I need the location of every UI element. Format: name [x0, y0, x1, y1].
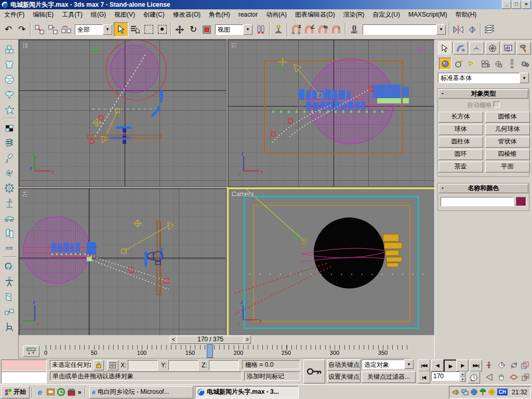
zoom-region-button[interactable]	[508, 360, 520, 370]
menu-tools[interactable]: 工具(T)	[58, 9, 86, 20]
auto-key-button[interactable]: 自动关键点	[327, 360, 361, 371]
use-pivot-center-icon[interactable]	[254, 23, 268, 36]
dropdown-arrow-icon[interactable]: ▼	[103, 24, 112, 35]
close-button[interactable]: ×	[522, 1, 531, 9]
bind-spacewarp-icon[interactable]	[60, 23, 73, 36]
track-bar-frame-thumb[interactable]	[207, 344, 213, 358]
create-box-button[interactable]: 长方体	[438, 112, 483, 123]
go-to-start-button[interactable]: |◀◀	[418, 360, 430, 371]
create-teapot-button[interactable]: 茶壶	[438, 162, 483, 172]
select-object-button[interactable]	[114, 22, 128, 37]
create-cylinder-button[interactable]: 圆柱体	[438, 137, 483, 148]
create-plane-button[interactable]: 平面	[485, 162, 530, 172]
zoom-button[interactable]	[483, 360, 495, 370]
torus-knot-icon[interactable]	[2, 259, 17, 274]
z-coordinate-input[interactable]	[209, 360, 239, 370]
menu-help[interactable]: 帮助(H)	[451, 9, 481, 20]
set-key-button[interactable]: 设置关键点	[327, 371, 361, 383]
undo-icon[interactable]: ↶	[2, 23, 15, 36]
menu-graph-editors[interactable]: 图表编辑器(D)	[291, 9, 339, 20]
spinner-down-icon[interactable]: ▼	[460, 377, 466, 382]
dropdown-arrow-icon[interactable]: ▼	[404, 360, 414, 369]
quicklaunch-mail-icon[interactable]	[45, 387, 56, 397]
align-icon[interactable]	[465, 23, 478, 36]
task-ie-forum-window[interactable]: e 电白同乡论坛 - Microsof...	[89, 386, 193, 398]
spinner-up-icon[interactable]: ▲	[460, 371, 466, 377]
menu-modifiers[interactable]: 修改器(O)	[169, 9, 205, 20]
quicklaunch-overflow-chevron[interactable]: »	[76, 387, 83, 397]
spring-icon[interactable]	[2, 135, 17, 150]
dropdown-arrow-icon[interactable]: ▼	[243, 24, 252, 35]
menu-customize[interactable]: 自定义(U)	[368, 9, 404, 20]
menu-edit[interactable]: 编辑(E)	[29, 9, 58, 20]
create-sphere-button[interactable]: 球体	[438, 124, 483, 135]
create-torus-button[interactable]: 圆环	[438, 149, 483, 160]
next-frame-button[interactable]: |▶	[456, 360, 469, 371]
biped-icon[interactable]	[2, 274, 17, 289]
tab-hierarchy[interactable]	[469, 42, 484, 55]
name-color-rollout-header[interactable]: - 名称和颜色	[438, 184, 528, 193]
select-manipulate-icon[interactable]	[272, 23, 285, 36]
gear-icon[interactable]	[2, 180, 17, 195]
layer-manager-icon[interactable]	[483, 23, 496, 36]
input-language-indicator[interactable]: CH	[497, 389, 508, 395]
maximize-button[interactable]: □	[512, 1, 521, 9]
maxscript-listener-pink[interactable]	[1, 360, 47, 371]
select-rotate-icon[interactable]: ↻	[187, 23, 200, 36]
frame-spinner[interactable]: ▲ ▼	[460, 371, 466, 381]
track-bar[interactable]: 0 50 100 150 200 250 300 350	[19, 344, 434, 358]
category-helpers[interactable]	[493, 58, 504, 69]
set-keys-button[interactable]	[303, 360, 325, 383]
maxscript-listener-white[interactable]	[1, 371, 47, 383]
menu-maxscript[interactable]: MAXScript(M)	[404, 10, 451, 19]
category-systems[interactable]	[520, 58, 531, 69]
selection-lock-button[interactable]	[94, 360, 104, 370]
globe-icon[interactable]	[471, 389, 477, 395]
create-geosphere-button[interactable]: 几何球体	[485, 124, 530, 135]
object-name-input[interactable]	[441, 197, 514, 206]
spinning-top-icon[interactable]	[2, 87, 17, 102]
pinwheel-icon[interactable]	[2, 165, 17, 180]
zoom-extents-button[interactable]	[496, 360, 507, 370]
rectangular-selection-region-icon[interactable]	[142, 23, 155, 36]
star-icon[interactable]	[2, 102, 17, 117]
mirror-icon[interactable]	[451, 23, 465, 36]
tab-motion[interactable]	[485, 42, 500, 55]
quicklaunch-ie-icon[interactable]: e	[35, 387, 45, 397]
menu-create[interactable]: 创建(C)	[139, 9, 169, 20]
arc-rotate-button[interactable]	[508, 371, 520, 382]
autogrid-checkbox[interactable]	[494, 101, 500, 108]
category-cameras[interactable]	[480, 58, 491, 69]
add-time-tag[interactable]: 添加时间标记	[244, 371, 300, 381]
tab-modify[interactable]	[454, 42, 468, 55]
angle-snap-icon[interactable]: ∠	[303, 23, 316, 36]
time-slider-thumb[interactable]: 170 / 375	[177, 336, 244, 344]
checker-cube-icon[interactable]	[2, 120, 17, 135]
create-cone-button[interactable]: 圆锥体	[485, 112, 530, 123]
taskbar-clock[interactable]: 21:32	[512, 389, 527, 396]
selection-window-crossing-icon[interactable]	[155, 23, 169, 36]
redo-icon[interactable]: ↷	[15, 23, 29, 36]
viewport-top[interactable]: 顶	[19, 39, 227, 187]
menu-rendering[interactable]: 渲染(R)	[339, 9, 369, 20]
collapse-icon[interactable]: -	[442, 184, 444, 192]
viewport-camera-label[interactable]: Camera	[232, 191, 254, 198]
key-mode-dropdown[interactable]: 选定对象 ▼	[362, 360, 414, 369]
antivirus-umbrella-icon[interactable]	[480, 389, 486, 395]
viewport-left-label[interactable]: 左	[22, 190, 29, 199]
dropdown-arrow-icon[interactable]: ▼	[436, 24, 446, 35]
time-slider[interactable]: < 170 / 375 >	[19, 335, 434, 344]
menu-group[interactable]: 组(G)	[87, 9, 110, 20]
network-icon[interactable]	[461, 389, 469, 395]
key-mode-toggle-button[interactable]: |◀|	[418, 371, 430, 383]
menu-character[interactable]: 角色(H)	[205, 9, 234, 20]
unlink-icon[interactable]	[46, 23, 60, 36]
selection-filter-dropdown[interactable]: 全部 ▼	[75, 24, 112, 35]
dropdown-arrow-icon[interactable]: ▼	[520, 73, 529, 83]
car-icon[interactable]	[2, 210, 17, 225]
viewport-left[interactable]: 左	[19, 188, 227, 336]
weathervane-icon[interactable]	[2, 195, 17, 210]
pan-button[interactable]	[496, 371, 507, 382]
create-pyramid-button[interactable]: 四棱锥	[485, 149, 530, 160]
primitive-category-dropdown[interactable]: 标准基本体 ▼	[438, 73, 529, 83]
